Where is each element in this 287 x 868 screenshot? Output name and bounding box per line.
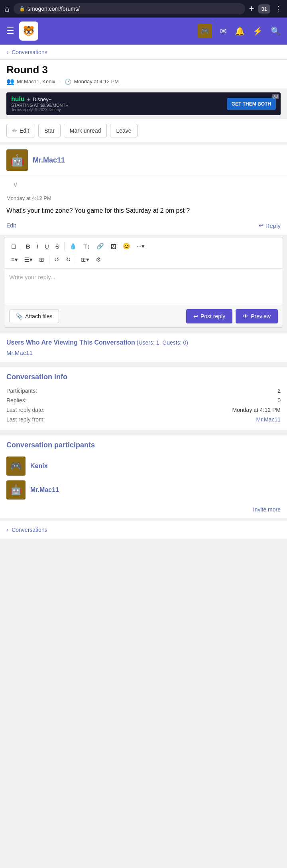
- message-actions: Edit ↩ Reply: [0, 220, 287, 235]
- star-button[interactable]: Star: [38, 124, 61, 137]
- page-title-section: Round 3 👥 Mr.Mac11, Kenix · 🕐 Monday at …: [0, 60, 287, 88]
- lightning-icon[interactable]: ⚡: [253, 26, 263, 36]
- toolbar-sep-3: [49, 256, 49, 264]
- conv-info-section: Conversation info Participants: 2 Replie…: [0, 367, 287, 430]
- page-title: Round 3: [6, 64, 281, 76]
- clock-icon: 🕐: [65, 78, 71, 85]
- viewers-user[interactable]: Mr.Mac11: [6, 346, 281, 356]
- ad-text: hulu + Disney+ STARTING AT $9.99/MONTH T…: [11, 96, 69, 112]
- toolbar-undo-btn[interactable]: ↺: [51, 254, 62, 265]
- last-reply-from-value[interactable]: Mr.Mac11: [256, 416, 281, 423]
- breadcrumb-link[interactable]: Conversations: [12, 49, 47, 55]
- info-row-last-reply-date: Last reply date: Monday at 4:12 PM: [6, 405, 281, 415]
- participant-name-kenix[interactable]: Kenix: [30, 462, 48, 470]
- new-tab-icon[interactable]: +: [249, 4, 254, 14]
- bell-icon[interactable]: 🔔: [235, 26, 245, 36]
- toolbar-italic-btn[interactable]: I: [34, 241, 41, 252]
- participant-item-mrmac11: 🤖 Mr.Mac11: [6, 478, 281, 502]
- toolbar-color-btn[interactable]: 💧: [67, 241, 80, 252]
- toolbar-sep-4: [76, 256, 76, 264]
- toolbar-bold-btn[interactable]: B: [23, 241, 33, 252]
- message-reply-link[interactable]: ↩ Reply: [259, 222, 281, 229]
- search-icon[interactable]: 🔍: [271, 26, 281, 36]
- ad-banner: hulu + Disney+ STARTING AT $9.99/MONTH T…: [6, 92, 281, 115]
- toolbar-textsize-btn[interactable]: T↕: [81, 241, 93, 252]
- bottom-breadcrumb-arrow: ‹: [6, 526, 8, 533]
- message-edit-link[interactable]: Edit: [6, 222, 16, 229]
- reply-arrow-icon: ↩: [259, 222, 264, 229]
- action-buttons: ✏ Edit Star Mark unread Leave: [0, 119, 287, 142]
- message-meta: ∨: [0, 176, 287, 192]
- last-reply-date-value: Monday at 4:12 PM: [232, 407, 281, 413]
- post-reply-icon: ↩: [193, 313, 198, 319]
- preview-button[interactable]: 👁 Preview: [236, 309, 278, 323]
- logo-emoji: 🐯: [23, 25, 35, 37]
- toolbar-link-btn[interactable]: 🔗: [94, 241, 107, 252]
- header-left: ☰ 🐯: [6, 22, 38, 41]
- toolbar-underline-btn[interactable]: U: [42, 241, 52, 252]
- toolbar-settings-btn[interactable]: ⚙: [93, 254, 104, 265]
- conv-participants-title: Conversation participants: [6, 441, 281, 449]
- message-time-container: Monday at 4:12 PM: [0, 192, 287, 203]
- site-logo[interactable]: 🐯: [19, 22, 38, 41]
- edit-icon: ✏: [12, 127, 17, 134]
- leave-button[interactable]: Leave: [110, 124, 137, 137]
- last-reply-from-label: Last reply from:: [6, 416, 45, 423]
- message-avatar: 🤖: [6, 149, 28, 171]
- toolbar-image-btn[interactable]: 🖼: [108, 241, 119, 252]
- last-reply-date-label: Last reply date:: [6, 407, 45, 413]
- participants-line: 👥 Mr.Mac11, Kenix · 🕐 Monday at 4:12 PM: [6, 78, 281, 85]
- ad-cta-button[interactable]: GET THEM BOTH: [227, 98, 276, 110]
- editor-toolbar: ◻ B I U S 💧 T↕ 🔗 🖼 😊 ···▾ ≡▾ ☰▾ ⊞ ↺ ↻ ⊞▾…: [4, 237, 283, 269]
- bottom-breadcrumb-link[interactable]: Conversations: [12, 527, 47, 533]
- message-username[interactable]: Mr.Mac11: [33, 156, 65, 165]
- address-bar[interactable]: 🔒 smogon.com/forums/: [14, 3, 245, 14]
- tab-count[interactable]: 31: [258, 4, 270, 14]
- conv-info-title: Conversation info: [6, 373, 281, 381]
- site-header: ☰ 🐯 🎮 ✉ 🔔 ⚡ 🔍: [0, 18, 287, 45]
- mail-icon[interactable]: ✉: [220, 26, 227, 36]
- toolbar-list-btn[interactable]: ☰▾: [22, 254, 35, 265]
- browser-chrome: ⌂ 🔒 smogon.com/forums/ + 31 ⋮: [0, 0, 287, 18]
- ad-price: STARTING AT $9.99/MONTH: [11, 103, 69, 108]
- page-time: Monday at 4:12 PM: [74, 78, 119, 84]
- home-icon[interactable]: ⌂: [5, 4, 10, 14]
- post-reply-button[interactable]: ↩ Post reply: [186, 309, 232, 323]
- editor-placeholder: Write your reply...: [9, 274, 55, 280]
- toolbar-align-btn[interactable]: ≡▾: [8, 254, 21, 265]
- toolbar-row-1: ◻ B I U S 💧 T↕ 🔗 🖼 😊 ···▾: [8, 241, 279, 252]
- invite-more-link[interactable]: Invite more: [253, 506, 281, 513]
- participants-icon: 👥: [6, 78, 14, 85]
- toolbar-insert-btn[interactable]: ⊞▾: [78, 254, 92, 265]
- toolbar-emoji-btn[interactable]: 😊: [120, 241, 133, 252]
- info-row-replies: Replies: 0: [6, 396, 281, 405]
- message-body: What's your time zone? You game for this…: [0, 203, 287, 220]
- viewers-section: Users Who Are Viewing This Conversation …: [0, 333, 287, 362]
- viewers-title: Users Who Are Viewing This Conversation: [6, 339, 135, 346]
- participant-name-mrmac11[interactable]: Mr.Mac11: [30, 486, 59, 494]
- participants-label: Participants:: [6, 388, 37, 394]
- hamburger-icon[interactable]: ☰: [6, 26, 14, 36]
- participant-avatar-mrmac11: 🤖: [6, 480, 26, 500]
- section-divider-3: [0, 430, 287, 433]
- attach-files-button[interactable]: 📎 Attach files: [9, 310, 59, 323]
- message-time: Monday at 4:12 PM: [6, 195, 51, 201]
- preview-icon: 👁: [243, 313, 248, 319]
- viewers-subtitle: (Users: 1, Guests: 0): [137, 339, 188, 346]
- header-avatar[interactable]: 🎮: [198, 24, 212, 38]
- reply-editor: ◻ B I U S 💧 T↕ 🔗 🖼 😊 ···▾ ≡▾ ☰▾ ⊞ ↺ ↻ ⊞▾…: [4, 237, 283, 328]
- toolbar-strikethrough-btn[interactable]: S: [53, 241, 62, 252]
- edit-button[interactable]: ✏ Edit: [6, 124, 35, 137]
- mark-unread-button[interactable]: Mark unread: [64, 124, 107, 137]
- participant-avatar-kenix: 🎮: [6, 457, 26, 476]
- breadcrumb-arrow: ‹: [6, 49, 8, 55]
- toolbar-table-btn[interactable]: ⊞: [36, 254, 47, 265]
- breadcrumb: ‹ Conversations: [0, 45, 287, 60]
- participants-text: Mr.Mac11, Kenix: [17, 78, 55, 84]
- browser-menu-icon[interactable]: ⋮: [274, 4, 282, 14]
- participant-item-kenix: 🎮 Kenix: [6, 454, 281, 478]
- toolbar-more-btn[interactable]: ···▾: [134, 241, 148, 252]
- toolbar-redo-btn[interactable]: ↻: [63, 254, 74, 265]
- editor-textarea[interactable]: Write your reply...: [4, 269, 283, 305]
- toolbar-eraser-btn[interactable]: ◻: [8, 241, 19, 252]
